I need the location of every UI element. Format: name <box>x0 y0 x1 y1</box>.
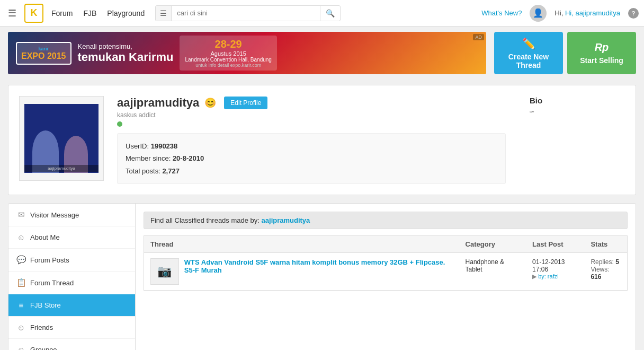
banner-buttons: ✏️ Create New Thread Rp Start Selling <box>494 32 636 74</box>
category-cell: Handphone & Tablet <box>459 253 526 291</box>
col-stats: Stats <box>584 236 627 253</box>
create-thread-label: Create New Thread <box>504 52 553 69</box>
friends-label: Friends <box>30 323 53 331</box>
profile-info: aajipramuditya 😊 Edit Profile kaskus add… <box>117 96 506 184</box>
avatar-art: aajipramuditya <box>24 104 99 173</box>
header: ☰ K Forum FJB Playground ☰ 🔍 What's New?… <box>0 0 644 27</box>
sidebar-item-forum-posts[interactable]: 💬 Forum Posts <box>8 249 135 272</box>
total-posts-value: 2,727 <box>162 167 180 175</box>
main-panel: Find all Classified threads made by: aaj… <box>136 204 636 350</box>
member-since-label: Member since: <box>126 154 171 162</box>
hamburger-button[interactable]: ☰ <box>5 5 19 22</box>
views-row: Views: 616 <box>591 266 621 281</box>
groupee-icon: ☺ <box>16 345 26 350</box>
about-me-label: About Me <box>30 233 60 241</box>
forum-posts-label: Forum Posts <box>30 256 69 264</box>
table-header-row: Thread Category Last Post Stats <box>144 236 628 253</box>
sidebar-item-forum-thread[interactable]: 📋 Forum Thread <box>8 272 135 294</box>
classified-header: Find all Classified threads made by: aaj… <box>144 212 628 229</box>
main-content: aajipramuditya aajipramuditya 😊 Edit Pro… <box>0 80 644 350</box>
start-selling-label: Start Selling <box>580 56 623 65</box>
profile-stats-box: UserID: 1990238 Member since: 20-8-2010 … <box>117 133 506 184</box>
sidebar-item-about-me[interactable]: ☺ About Me <box>8 226 135 249</box>
create-thread-button[interactable]: ✏️ Create New Thread <box>494 32 563 74</box>
about-me-icon: ☺ <box>16 233 26 242</box>
profile-title: kaskus addict <box>117 111 506 119</box>
search-input[interactable] <box>172 6 320 20</box>
avatar-label: aajipramuditya <box>24 165 99 172</box>
pencil-icon: ✏️ <box>522 37 535 50</box>
thread-table: Thread Category Last Post Stats 📷 WTS Ad… <box>144 235 628 291</box>
member-since-value: 20-8-2010 <box>173 154 204 162</box>
smiley-icon: 😊 <box>204 97 216 109</box>
profile-avatar-box: aajipramuditya <box>19 96 104 181</box>
bio-section: Bio “” <box>519 96 625 184</box>
sidebar-item-fjb-store[interactable]: ≡ FJB Store <box>8 294 135 317</box>
replies-row: Replies: 5 <box>591 258 621 266</box>
fjb-store-icon: ≡ <box>16 301 26 310</box>
banner-text: Kenali potensimu, temukan Karirmu <box>78 42 174 64</box>
user-greeting[interactable]: Hi, Hi, aajipramuditya <box>554 9 620 17</box>
visitor-message-icon: ✉ <box>16 210 26 220</box>
expo-brand: karir <box>38 46 49 51</box>
help-icon[interactable]: ? <box>628 8 639 19</box>
replies-label: Replies: <box>591 258 613 266</box>
groupee-label: Groupee <box>30 346 57 350</box>
thread-cell: 📷 WTS Advan Vandroid S5F warna hitam kom… <box>144 253 459 291</box>
sidebar: ✉ Visitor Message ☺ About Me 💬 Forum Pos… <box>8 204 136 350</box>
search-menu-icon[interactable]: ☰ <box>156 6 172 21</box>
profile-username-row: aajipramuditya 😊 Edit Profile <box>117 96 506 110</box>
profile-username: aajipramuditya 😊 <box>117 96 216 110</box>
userid-label: UserID: <box>126 142 149 150</box>
last-post-date: 01-12-2013 17:06 <box>532 258 578 273</box>
replies-count: 5 <box>615 258 619 266</box>
logo-box[interactable]: K <box>24 4 43 23</box>
expo-logo: karir EXPO 2015 <box>16 42 71 65</box>
username-greeting: Hi, aajipramuditya <box>565 9 620 17</box>
whats-new-link[interactable]: What's New? <box>481 9 522 17</box>
views-count: 616 <box>591 273 601 281</box>
expo-year: EXPO 2015 <box>21 51 66 61</box>
online-indicator <box>117 121 122 127</box>
nav-forum[interactable]: Forum <box>51 9 73 18</box>
friends-icon: ☺ <box>16 323 26 332</box>
lower-section: ✉ Visitor Message ☺ About Me 💬 Forum Pos… <box>8 203 636 350</box>
nav-playground[interactable]: Playground <box>107 9 145 18</box>
banner-area: karir EXPO 2015 Kenali potensimu, temuka… <box>0 27 644 80</box>
thread-thumbnail: 📷 <box>150 258 179 285</box>
banner-month-year: Agustus 2015 <box>211 50 246 57</box>
userid-row: UserID: 1990238 <box>126 140 497 152</box>
views-label: Views: <box>591 266 609 273</box>
avatar: 👤 <box>530 5 547 22</box>
bio-text: “” <box>530 109 625 117</box>
col-thread: Thread <box>144 236 459 253</box>
total-posts-label: Total posts: <box>126 167 160 175</box>
classified-username-link[interactable]: aajipramuditya <box>262 216 310 224</box>
fjb-store-label: FJB Store <box>30 301 61 309</box>
sidebar-item-visitor-message[interactable]: ✉ Visitor Message <box>8 204 135 226</box>
member-since-row: Member since: 20-8-2010 <box>126 152 497 164</box>
last-post-cell: 01-12-2013 17:06 ▶ by: rafzi <box>526 253 584 291</box>
edit-profile-button[interactable]: Edit Profile <box>224 97 267 109</box>
start-selling-button[interactable]: Rp Start Selling <box>567 32 636 74</box>
sidebar-item-friends[interactable]: ☺ Friends <box>8 317 135 339</box>
col-category: Category <box>459 236 526 253</box>
nav-fjb[interactable]: FJB <box>83 9 96 18</box>
banner-brand: Karirmu <box>129 50 173 64</box>
forum-thread-icon: 📋 <box>16 278 26 287</box>
banner-tagline2: temukan Karirmu <box>78 50 174 64</box>
banner-tagline1: Kenali potensimu, <box>78 42 132 50</box>
col-last-post: Last Post <box>526 236 584 253</box>
search-button[interactable]: 🔍 <box>320 6 340 21</box>
banner-venue: Landmark Convention Hall, Bandung <box>185 57 271 63</box>
bio-title: Bio <box>530 96 625 105</box>
sidebar-item-groupee[interactable]: ☺ Groupee <box>8 339 135 350</box>
last-post-user[interactable]: by: rafzi <box>538 273 559 279</box>
search-area: ☰ 🔍 <box>155 5 341 21</box>
camera-icon: 📷 <box>157 265 172 278</box>
banner-image[interactable]: karir EXPO 2015 Kenali potensimu, temuka… <box>8 32 486 74</box>
stats-cell: Replies: 5 Views: 616 <box>584 253 627 291</box>
banner-date: 28-29 <box>185 38 271 50</box>
thread-title-link[interactable]: WTS Advan Vandroid S5F warna hitam kompl… <box>184 258 453 274</box>
header-right: What's New? 👤 Hi, Hi, aajipramuditya ? <box>481 5 639 22</box>
